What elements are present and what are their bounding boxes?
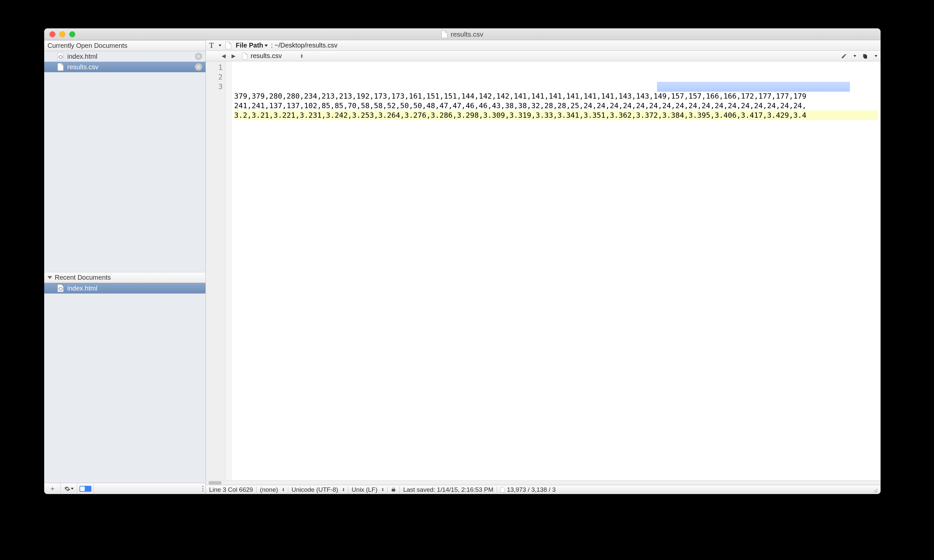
language-selector[interactable]: (none)▲▼ — [260, 486, 285, 493]
sidebar-resize-handle[interactable] — [202, 486, 203, 492]
divider — [256, 486, 257, 493]
copy-stack-button[interactable] — [862, 53, 868, 59]
breadcrumb-file-label: results.csv — [251, 52, 282, 60]
open-documents-list: index.html ✕ results.csv ✕ — [44, 51, 205, 72]
file-icon — [242, 52, 248, 60]
file-icon — [57, 63, 64, 71]
divider — [288, 486, 288, 493]
titlebar[interactable]: results.csv — [44, 28, 880, 40]
sidebar-footer: ＋ — [44, 483, 205, 494]
app-window: results.csv Currently Open Documents ind… — [44, 28, 880, 494]
chevron-down-icon — [71, 488, 74, 490]
stepper-icon: ▲▼ — [282, 488, 285, 492]
chevron-down-icon — [218, 45, 221, 46]
fold-gutter[interactable] — [226, 62, 232, 480]
horizontal-scrollbar[interactable] — [206, 480, 880, 485]
edit-pencil-button[interactable] — [841, 53, 847, 59]
code-line: 3.2,3.21,3.221,3.231,3.242,3.253,3.264,3… — [234, 111, 878, 120]
doc-label: index.html — [67, 53, 97, 60]
file-icon — [500, 487, 505, 493]
lock-toggle[interactable] — [391, 487, 396, 492]
new-file-button[interactable] — [225, 42, 232, 49]
line-number: 1 — [206, 63, 223, 72]
statusbar: Line 3 Col 6629 (none)▲▼ Unicode (UTF-8)… — [206, 485, 880, 494]
document-stats[interactable]: 13,973 / 3,138 / 3 — [500, 486, 556, 493]
last-saved: Last saved: 1/14/15, 2:16:53 PM — [403, 486, 493, 493]
html-file-icon — [57, 52, 64, 60]
window-resize-handle[interactable] — [872, 487, 877, 492]
file-path-sep: : — [269, 42, 275, 49]
chevron-down-icon — [265, 45, 268, 47]
chevron-down-icon — [875, 55, 877, 57]
close-window-button[interactable] — [49, 31, 55, 37]
open-doc-item[interactable]: index.html ✕ — [44, 51, 205, 62]
svg-rect-5 — [864, 55, 867, 59]
settings-gear-button[interactable] — [61, 483, 77, 494]
section-label: Currently Open Documents — [48, 42, 127, 49]
encoding-selector[interactable]: Unicode (UTF-8)▲▼ — [292, 486, 345, 493]
window-title: results.csv — [451, 30, 483, 38]
editor-body: 1 2 3 379,379,280,280,234,213,213,192,17… — [206, 62, 880, 480]
nav-back-button[interactable]: ◀ — [222, 53, 226, 59]
file-path-breadcrumb[interactable]: File Path : ~/Desktop/results.csv — [236, 42, 338, 49]
toggle-icon — [80, 486, 91, 492]
body-area: Currently Open Documents index.html ✕ re… — [44, 40, 880, 494]
add-button[interactable]: ＋ — [44, 483, 61, 494]
line-ending-label: Unix (LF) — [352, 486, 377, 493]
nav-arrows: ◀ ▶ — [222, 53, 235, 59]
scrollbar-thumb[interactable] — [208, 481, 222, 485]
cursor-position-label: Line 3 Col 6629 — [209, 486, 253, 493]
breadcrumb-file[interactable]: results.csv ▲▼ — [242, 52, 303, 60]
nav-forward-button[interactable]: ▶ — [232, 53, 235, 59]
disclosure-triangle-icon — [48, 276, 52, 279]
encoding-label: Unicode (UTF-8) — [292, 486, 338, 493]
code-area[interactable]: 379,379,280,280,234,213,213,192,173,173,… — [232, 62, 880, 480]
traffic-lights — [49, 31, 75, 37]
file-path-prefix: File Path — [236, 42, 263, 49]
stepper-icon: ▲▼ — [342, 488, 345, 492]
cursor-position[interactable]: Line 3 Col 6629 — [209, 486, 253, 493]
line-number: 2 — [206, 72, 223, 82]
recent-documents-list: index.html — [44, 283, 205, 483]
toolbar-row-2: ◀ ▶ results.csv ▲▼ — [206, 51, 880, 62]
zoom-window-button[interactable] — [69, 31, 75, 37]
divider — [399, 486, 400, 493]
divider — [348, 486, 348, 493]
file-icon — [441, 30, 448, 38]
toolbar-row-1: T File Path : ~/Desktop/results.csv — [206, 40, 880, 51]
doc-label: index.html — [67, 285, 97, 292]
document-stats-label: 13,973 / 3,138 / 3 — [507, 486, 556, 493]
recent-doc-item[interactable]: index.html — [44, 283, 205, 294]
text-selection — [657, 82, 850, 92]
stepper-icon: ▲▼ — [381, 488, 384, 492]
close-doc-button[interactable]: ✕ — [195, 53, 202, 60]
minimize-window-button[interactable] — [59, 31, 65, 37]
unlock-icon — [391, 487, 396, 492]
open-doc-item[interactable]: results.csv ✕ — [44, 62, 205, 72]
toolbar-right — [841, 53, 877, 59]
divider — [497, 486, 497, 493]
file-path-value: ~/Desktop/results.csv — [275, 42, 338, 49]
chevron-down-icon — [854, 55, 856, 57]
open-documents-header[interactable]: Currently Open Documents — [44, 40, 205, 51]
last-saved-label: Last saved: 1/14/15, 2:16:53 PM — [403, 486, 493, 493]
divider — [387, 486, 388, 493]
sidebar-toggle-button[interactable] — [77, 483, 94, 494]
close-doc-button[interactable]: ✕ — [195, 63, 202, 71]
language-label: (none) — [260, 486, 278, 493]
code-line: 379,379,280,280,234,213,213,192,173,173,… — [234, 91, 878, 101]
line-ending-selector[interactable]: Unix (LF)▲▼ — [352, 486, 384, 493]
line-number-gutter[interactable]: 1 2 3 — [206, 62, 226, 480]
line-number: 3 — [206, 82, 223, 91]
stepper-icon[interactable]: ▲▼ — [300, 54, 303, 58]
recent-documents-header[interactable]: Recent Documents — [44, 272, 205, 283]
sidebar: Currently Open Documents index.html ✕ re… — [44, 40, 206, 494]
code-line: 241,241,137,137,102,85,85,70,58,58,52,50… — [234, 101, 878, 111]
text-style-button[interactable]: T — [209, 41, 214, 50]
section-label: Recent Documents — [55, 274, 111, 281]
doc-label: results.csv — [67, 63, 98, 71]
editor-area: T File Path : ~/Desktop/results.csv ◀ ▶ — [206, 40, 880, 494]
sidebar-spacer — [44, 72, 205, 272]
html-file-icon — [57, 284, 64, 292]
gear-icon — [64, 486, 70, 492]
